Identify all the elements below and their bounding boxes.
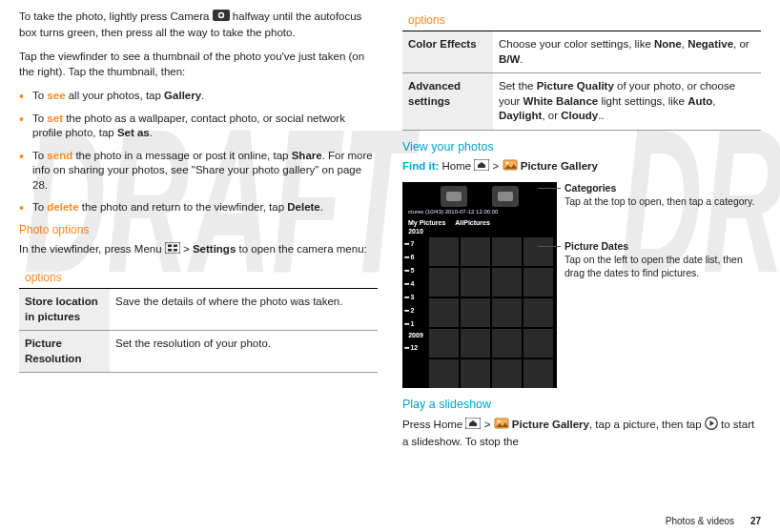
month-label: 2 xyxy=(410,307,414,314)
text: Press Home xyxy=(402,419,465,430)
table-header: options xyxy=(19,267,378,289)
intro-paragraph-1: To take the photo, lightly press Camera … xyxy=(19,10,378,40)
action-label: Picture Gallery xyxy=(521,160,598,172)
category-icon xyxy=(441,186,467,207)
text: light settings, like xyxy=(598,95,688,107)
svg-rect-4 xyxy=(168,244,172,247)
svg-point-13 xyxy=(497,420,500,423)
category-icon xyxy=(492,186,519,207)
list-item: To see all your photos, tap Gallery. xyxy=(19,89,378,104)
find-it-label: Find it: xyxy=(402,160,439,172)
keyword: send xyxy=(47,150,72,161)
phone-top-icons xyxy=(402,182,557,207)
thumbnail xyxy=(461,329,490,358)
text: , or xyxy=(542,110,561,121)
option-value: Set the Picture Quality of your photo, o… xyxy=(493,73,761,131)
month-label: 5 xyxy=(410,267,414,274)
text: the photo as a wallpaper, contact photo,… xyxy=(32,113,345,139)
text: > xyxy=(493,160,503,172)
text: .. xyxy=(598,110,604,121)
dots-icon: ▪▪▪ xyxy=(404,344,408,351)
text: . xyxy=(320,201,323,213)
home-icon xyxy=(465,418,481,434)
thumbnail xyxy=(461,359,490,388)
heading-view-photos: View your photos xyxy=(402,140,761,153)
thumbnail xyxy=(492,237,522,266)
svg-point-2 xyxy=(219,13,223,17)
text: . xyxy=(201,90,204,101)
callout-title: Categories xyxy=(564,182,616,194)
thumbnail xyxy=(429,268,459,297)
text: , xyxy=(712,95,715,107)
text: Set the xyxy=(499,80,537,92)
option-key: Color Effects xyxy=(402,31,493,73)
text: Daylight xyxy=(499,110,542,121)
action-label: Share xyxy=(292,150,322,161)
month-label: 4 xyxy=(410,280,414,287)
callout-body: Tap on the left to open the date list, t… xyxy=(564,254,743,278)
month-label: 7 xyxy=(410,240,414,247)
month-label: 12 xyxy=(410,344,418,351)
text: White Balance xyxy=(523,95,599,107)
list-item: To set the photo as a wallpaper, contact… xyxy=(19,112,378,141)
dots-icon: ▪▪▪ xyxy=(404,254,408,260)
text: To xyxy=(32,90,47,101)
callout-dates: Picture Dates Tap on the left to open th… xyxy=(564,240,761,279)
date-column: 2010 ▪▪▪7 ▪▪▪6 ▪▪▪5 ▪▪▪4 ▪▪▪3 ▪▪▪2 ▪▪▪1 … xyxy=(404,226,427,354)
text: Picture Quality xyxy=(537,80,614,92)
keyword: delete xyxy=(47,201,78,213)
option-key: Store location in pictures xyxy=(19,289,110,331)
year-label: 2010 xyxy=(404,228,427,235)
phone-status-row: ctures (10/43) 2010-07-12 12.00.00 xyxy=(402,207,557,216)
dots-icon: ▪▪▪ xyxy=(404,240,408,247)
callout-categories: Categories Tap at the top to open, then … xyxy=(564,182,761,208)
thumbnail xyxy=(492,268,522,297)
phone-screenshot-row: ctures (10/43) 2010-07-12 12.00.00 My Pi… xyxy=(402,182,761,388)
heading-photo-options: Photo options xyxy=(19,223,378,236)
thumbnail xyxy=(523,268,553,297)
list-item: To delete the photo and return to the vi… xyxy=(19,200,378,215)
text: To xyxy=(32,201,47,213)
action-label: Settings xyxy=(193,243,236,255)
option-value: Save the details of where the photo was … xyxy=(110,289,378,331)
thumbnail xyxy=(523,329,553,358)
text: the photo in a message or post it online… xyxy=(72,150,292,161)
thumbnail xyxy=(461,298,490,327)
action-label: Delete xyxy=(287,201,320,213)
options-table-1: options Store location in pictures Save … xyxy=(19,267,378,373)
text: , or xyxy=(733,38,749,50)
table-row: Store location in pictures Save the deta… xyxy=(19,289,378,331)
thumbnail xyxy=(523,298,553,327)
option-key: Advanced settings xyxy=(402,73,493,131)
thumbnail xyxy=(429,237,459,266)
thumbnail xyxy=(523,359,553,388)
month-label: 3 xyxy=(410,294,414,300)
text: , tap a picture, then tap xyxy=(589,419,705,430)
thumbnail xyxy=(523,237,553,266)
heading-slideshow: Play a slideshow xyxy=(402,398,761,411)
svg-rect-3 xyxy=(165,242,180,254)
dots-icon: ▪▪▪ xyxy=(404,320,408,327)
table-row: Picture Resolution Set the resolution of… xyxy=(19,331,378,373)
thumbnail-grid xyxy=(429,237,553,384)
text: > xyxy=(484,419,494,430)
dots-icon: ▪▪▪ xyxy=(404,267,408,274)
thumbnail xyxy=(429,359,459,388)
svg-rect-5 xyxy=(174,244,177,247)
list-item: To send the photo in a message or post i… xyxy=(19,149,378,194)
tab-my-pictures: My Pictures xyxy=(408,219,445,226)
gallery-icon xyxy=(494,418,509,434)
options-table-2: options Color Effects Choose your color … xyxy=(402,10,761,131)
callout-title: Picture Dates xyxy=(564,240,628,252)
svg-rect-7 xyxy=(174,249,177,252)
callout-body: Tap at the top to open, then tap a categ… xyxy=(564,195,754,207)
gallery-icon xyxy=(503,159,518,175)
dots-icon: ▪▪▪ xyxy=(404,307,408,314)
home-icon xyxy=(474,159,489,175)
tab-all-pictures: AllPictures xyxy=(455,219,490,226)
page-number: 27 xyxy=(750,516,761,526)
table-header: options xyxy=(402,10,761,31)
thumbnail xyxy=(461,237,490,266)
thumbnail xyxy=(429,329,459,358)
text: Home xyxy=(439,160,474,172)
